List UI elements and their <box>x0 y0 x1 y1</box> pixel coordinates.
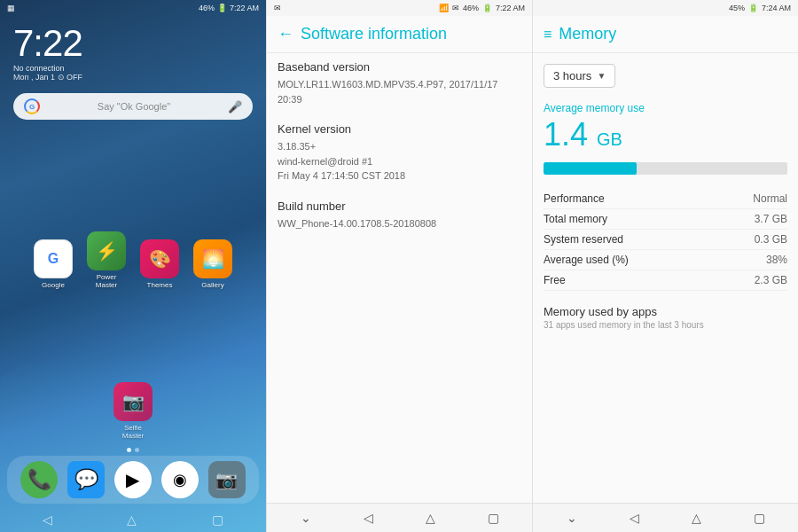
msg-icon-mid: ✉ <box>452 4 459 12</box>
time-label: 3 hours <box>553 69 591 82</box>
build-label: Build number <box>278 200 521 213</box>
back-button-left[interactable]: ◁ <box>43 512 52 527</box>
app-selfie-master[interactable]: 📷 SelfieMaster <box>110 382 156 440</box>
battery-left: 46% <box>199 4 215 12</box>
google-search-bar[interactable]: G Say "Ok Google" 🎤 <box>13 93 253 120</box>
no-connection-text: No connection <box>13 64 65 73</box>
google-label: Google <box>42 281 65 289</box>
baseband-section: Baseband version MOLY.LR11.W1603.MD.MPV3… <box>278 60 521 106</box>
avg-unit: GB <box>597 129 622 149</box>
home-button-left[interactable]: △ <box>127 512 137 527</box>
app-gallery[interactable]: 🌅 Gallery <box>190 239 236 289</box>
memory-stats: Performance Normal Total memory 3.7 GB S… <box>544 189 787 291</box>
mic-icon[interactable]: 🎤 <box>228 100 242 113</box>
left-status-icons: ▦ <box>7 4 15 12</box>
dot-1 <box>127 448 131 452</box>
dock-phone[interactable]: 📞 <box>20 461 58 498</box>
recents-button-left[interactable]: ▢ <box>212 512 223 527</box>
time-dropdown[interactable]: 3 hours ▼ <box>544 64 615 88</box>
themes-icon: 🎨 <box>140 239 179 278</box>
memory-header: ≡ Memory <box>533 16 798 53</box>
menu-icon[interactable]: ≡ <box>544 27 552 43</box>
google-logo: G <box>24 98 40 114</box>
stat-avg-used-name: Average used (%) <box>544 254 629 266</box>
down-btn-mid[interactable]: ⌄ <box>301 511 311 525</box>
down-btn-right[interactable]: ⌄ <box>567 511 577 525</box>
clock-date: Mon , Jan 1 <box>13 73 55 82</box>
back-btn-mid[interactable]: ◁ <box>364 511 373 525</box>
build-section: Build number WW_Phone-14.00.1708.5-20180… <box>278 200 521 231</box>
app-themes[interactable]: 🎨 Themes <box>137 239 183 289</box>
apps-title: Memory used by apps <box>544 305 787 318</box>
dot-2 <box>135 448 139 452</box>
app-google[interactable]: G Google <box>30 239 76 289</box>
themes-label: Themes <box>147 281 173 289</box>
stat-performance-name: Performance <box>544 192 605 205</box>
right-status-icons: 46% 🔋 7:22 AM <box>199 4 259 12</box>
home-btn-mid[interactable]: △ <box>426 511 435 525</box>
stat-total-name: Total memory <box>544 213 607 225</box>
time-selector: 3 hours ▼ <box>544 64 787 88</box>
app-power-master[interactable]: ⚡ PowerMaster <box>83 231 129 289</box>
dock-messages[interactable]: 💬 <box>67 461 105 498</box>
recents-btn-mid[interactable]: ▢ <box>488 511 499 525</box>
memory-content: 3 hours ▼ Average memory use 1.4 GB Perf… <box>533 53 798 503</box>
baseband-label: Baseband version <box>278 60 521 74</box>
nav-bar-mid: ⌄ ◁ △ ▢ <box>267 503 532 532</box>
phone-home-screen: ▦ 46% 🔋 7:22 AM 7:22 No connection Mon ,… <box>0 0 266 532</box>
back-btn-right[interactable]: ◁ <box>630 511 639 525</box>
avg-memory-label: Average memory use <box>544 102 787 114</box>
notification-icon: ▦ <box>7 4 15 12</box>
avg-number: 1.4 <box>544 116 588 153</box>
stat-reserved: System reserved 0.3 GB <box>544 230 787 250</box>
right-status-mid: 📶 ✉ 46% 🔋 7:22 AM <box>439 4 525 12</box>
home-btn-right[interactable]: △ <box>692 511 701 525</box>
dock-chrome[interactable]: ◉ <box>161 461 199 498</box>
power-master-icon: ⚡ <box>87 231 126 270</box>
wifi-icon-mid: 📶 <box>439 4 449 12</box>
avg-memory-value: 1.4 GB <box>544 116 787 153</box>
search-placeholder: Say "Ok Google" <box>47 101 221 112</box>
app-grid: G Google ⚡ PowerMaster 🎨 Themes 🌅 Galler… <box>0 127 266 444</box>
recents-btn-right[interactable]: ▢ <box>754 511 765 525</box>
stat-avg-used: Average used (%) 38% <box>544 250 787 270</box>
wifi-off-badge: ⊙ OFF <box>58 73 83 82</box>
clock-widget: 7:22 No connection Mon , Jan 1 ⊙ OFF <box>0 16 266 86</box>
time-right: 7:24 AM <box>762 4 791 12</box>
battery-icon-mid: 🔋 <box>482 4 492 12</box>
selfie-master-icon: 📷 <box>113 382 153 421</box>
baseband-value: MOLY.LR11.W1603.MD.MPV35.4.P97, 2017/11/… <box>278 77 521 106</box>
gallery-label: Gallery <box>201 281 223 289</box>
stat-reserved-name: System reserved <box>544 233 623 246</box>
notification-icon-mid: ✉ <box>274 4 281 12</box>
back-button-mid[interactable]: ← <box>278 25 293 43</box>
software-info-title: Software information <box>301 25 447 43</box>
stat-performance-val: Normal <box>753 192 787 205</box>
status-bar-mid: ✉ 📶 ✉ 46% 🔋 7:22 AM <box>267 0 532 16</box>
selfie-master-label: SelfieMaster <box>122 424 144 440</box>
stat-performance: Performance Normal <box>544 189 787 209</box>
memory-bar-fill <box>544 162 637 175</box>
clock-time: 7:22 <box>13 25 253 62</box>
software-info-content: Baseband version MOLY.LR11.W1603.MD.MPV3… <box>267 53 532 503</box>
time-mid: 7:22 AM <box>496 4 525 12</box>
stat-avg-used-val: 38% <box>766 254 787 266</box>
dropdown-arrow: ▼ <box>597 71 606 81</box>
software-info-panel: ✉ 📶 ✉ 46% 🔋 7:22 AM ← Software informati… <box>266 0 532 532</box>
kernel-label: Kernel version <box>278 122 521 136</box>
time-left: 7:22 AM <box>230 4 259 12</box>
dock-play[interactable]: ▶ <box>114 461 152 498</box>
kernel-section: Kernel version 3.18.35+wind-kernel@droid… <box>278 122 521 184</box>
right-status-right: 45% 🔋 7:24 AM <box>729 4 791 12</box>
dock-camera[interactable]: 📷 <box>208 461 246 498</box>
stat-reserved-val: 0.3 GB <box>755 233 787 246</box>
memory-panel: 45% 🔋 7:24 AM ≡ Memory 3 hours ▼ Average… <box>532 0 798 532</box>
stat-free-name: Free <box>544 274 566 286</box>
battery-mid: 46% <box>463 4 479 12</box>
stat-total-val: 3.7 GB <box>755 213 787 225</box>
clock-info: No connection Mon , Jan 1 ⊙ OFF <box>13 64 253 82</box>
apps-subtitle: 31 apps used memory in the last 3 hours <box>544 320 787 330</box>
software-info-header: ← Software information <box>267 16 532 53</box>
stat-total: Total memory 3.7 GB <box>544 209 787 230</box>
memory-apps-section: Memory used by apps 31 apps used memory … <box>544 305 787 330</box>
